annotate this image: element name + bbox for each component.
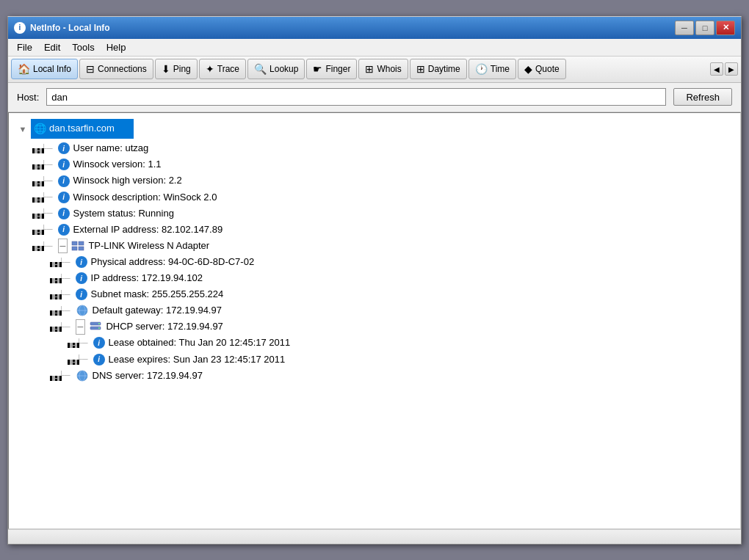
quote-icon: ◆ xyxy=(524,63,532,75)
svg-point-10 xyxy=(98,327,100,329)
item-text: Winsock version: 1.1 xyxy=(73,156,162,172)
tab-time[interactable]: 🕐 Time xyxy=(468,59,516,79)
info-icon: i xyxy=(93,337,105,349)
time-icon: 🕐 xyxy=(475,63,488,75)
list-item: └─ DNS server: 172.19.94.97 xyxy=(59,368,731,384)
status-bar xyxy=(8,529,741,544)
list-item: ├─ i System status: Running xyxy=(41,206,731,222)
tab-whois[interactable]: ⊞ Whois xyxy=(358,59,408,79)
globe-icon xyxy=(76,304,89,317)
item-text: Lease expires: Sun Jan 23 12:45:17 2011 xyxy=(109,352,286,368)
connections-icon: ⊟ xyxy=(86,63,95,75)
tab-connections[interactable]: ⊟ Connections xyxy=(79,59,153,79)
server-icon xyxy=(89,320,102,333)
svg-rect-3 xyxy=(79,247,84,250)
host-label: Host: xyxy=(17,92,39,103)
info-icon: i xyxy=(76,256,87,268)
item-text: Physical address: 94-0C-6D-8D-C7-02 xyxy=(91,254,255,270)
refresh-button[interactable]: Refresh xyxy=(673,88,732,106)
minimize-button[interactable]: ─ xyxy=(675,21,694,35)
hostbar: Host: Refresh xyxy=(8,83,741,112)
tab-trace[interactable]: ✦ Trace xyxy=(199,59,246,79)
menu-file[interactable]: File xyxy=(11,40,38,54)
svg-rect-2 xyxy=(72,247,77,250)
dhcp-server-item[interactable]: ├─ ─ DHCP server: 172.19.94.97 xyxy=(59,319,731,335)
root-globe-icon: 🌐 xyxy=(34,120,46,138)
tab-prev-button[interactable]: ◀ xyxy=(710,62,723,76)
tab-finger[interactable]: ☛ Finger xyxy=(306,59,357,79)
info-icon: i xyxy=(58,175,70,187)
tab-quote[interactable]: ◆ Quote xyxy=(518,59,566,79)
info-icon: i xyxy=(58,142,70,154)
info-icon: i xyxy=(58,192,70,203)
list-item: ├─ i User name: utzag xyxy=(41,140,731,156)
list-item: ├─ i Subnet mask: 255.255.255.224 xyxy=(59,286,731,302)
main-window: i NetInfo - Local Info ─ □ ✕ File Edit T… xyxy=(7,16,742,545)
item-text: Default gateway: 172.19.94.97 xyxy=(93,302,222,319)
list-item: ├─ i Winsock version: 1.1 xyxy=(41,156,731,172)
svg-point-9 xyxy=(98,323,100,324)
network-adapter-item[interactable]: └─ ─ TP-LINK Wireless N Adapter xyxy=(41,238,731,254)
info-tree: ▼ 🌐 dan.tsarfin.com ├─ i User name: utza… xyxy=(18,119,731,384)
root-label: dan.tsarfin.com xyxy=(49,120,115,137)
content-area: ▼ 🌐 dan.tsarfin.com ├─ i User name: utza… xyxy=(8,112,741,529)
item-text: External IP address: 82.102.147.89 xyxy=(73,222,223,238)
finger-icon: ☛ xyxy=(313,63,322,75)
whois-icon: ⊞ xyxy=(365,63,374,75)
tab-finger-label: Finger xyxy=(325,64,350,74)
info-icon: i xyxy=(58,159,70,170)
dhcp-label: DHCP server: 172.19.94.97 xyxy=(106,319,222,335)
close-button[interactable]: ✕ xyxy=(716,21,735,35)
svg-rect-1 xyxy=(79,241,84,245)
tab-next-button[interactable]: ▶ xyxy=(725,62,738,76)
window-title: NetInfo - Local Info xyxy=(30,23,675,33)
tab-trace-label: Trace xyxy=(217,64,239,74)
lookup-icon: 🔍 xyxy=(254,63,267,75)
list-item: ├─ i Physical address: 94-0C-6D-8D-C7-02 xyxy=(59,254,731,270)
tree-root-node[interactable]: 🌐 dan.tsarfin.com xyxy=(31,119,134,139)
info-icon: i xyxy=(58,224,70,236)
collapse-icon[interactable]: ─ xyxy=(58,239,68,254)
tab-ping-label: Ping xyxy=(173,64,191,74)
list-item: ├─ i Lease obtained: Thu Jan 20 12:45:17… xyxy=(76,335,731,351)
item-text: User name: utzag xyxy=(73,140,149,156)
globe-icon xyxy=(76,369,89,382)
ping-icon: ⬇ xyxy=(162,63,170,75)
tab-local-info[interactable]: 🏠 Local Info xyxy=(11,59,78,79)
item-text: System status: Running xyxy=(73,206,174,222)
tab-ping[interactable]: ⬇ Ping xyxy=(155,59,198,79)
tab-local-info-label: Local Info xyxy=(33,64,71,74)
window-controls: ─ □ ✕ xyxy=(675,21,735,35)
info-icon: i xyxy=(58,208,70,219)
tab-lookup[interactable]: 🔍 Lookup xyxy=(247,59,305,79)
maximize-button[interactable]: □ xyxy=(695,21,714,35)
tab-daytime[interactable]: ⊞ Daytime xyxy=(410,59,467,79)
dhcp-collapse-icon[interactable]: ─ xyxy=(76,319,86,335)
tab-lookup-label: Lookup xyxy=(269,64,298,74)
menu-edit[interactable]: Edit xyxy=(38,40,66,54)
tab-navigation: ◀ ▶ xyxy=(710,62,738,76)
list-item: ├─ i Winsock description: WinSock 2.0 xyxy=(41,189,731,206)
menu-help[interactable]: Help xyxy=(101,40,132,54)
item-text: Lease obtained: Thu Jan 20 12:45:17 2011 xyxy=(109,335,291,351)
list-item: ├─ i IP address: 172.19.94.102 xyxy=(59,270,731,286)
tab-time-label: Time xyxy=(491,64,510,74)
list-item: ├─ i Winsock high version: 2.2 xyxy=(41,172,731,189)
network-icon xyxy=(71,239,84,252)
item-text: Winsock description: WinSock 2.0 xyxy=(73,189,217,206)
host-input[interactable] xyxy=(46,88,666,106)
item-text: IP address: 172.19.94.102 xyxy=(91,270,203,286)
item-text: DNS server: 172.19.94.97 xyxy=(93,368,203,384)
menu-tools[interactable]: Tools xyxy=(66,40,100,54)
list-item: ├─ i External IP address: 82.102.147.89 xyxy=(41,222,731,238)
home-icon: 🏠 xyxy=(18,63,30,75)
svg-rect-0 xyxy=(72,241,77,245)
tab-connections-label: Connections xyxy=(98,64,147,74)
info-icon: i xyxy=(76,288,87,300)
item-text: Subnet mask: 255.255.255.224 xyxy=(91,286,224,302)
adapter-label: TP-LINK Wireless N Adapter xyxy=(88,238,209,254)
list-item: └─ i Lease expires: Sun Jan 23 12:45:17 … xyxy=(76,352,731,368)
info-icon: i xyxy=(93,354,105,366)
daytime-icon: ⊞ xyxy=(416,63,425,75)
app-icon: i xyxy=(14,22,26,34)
